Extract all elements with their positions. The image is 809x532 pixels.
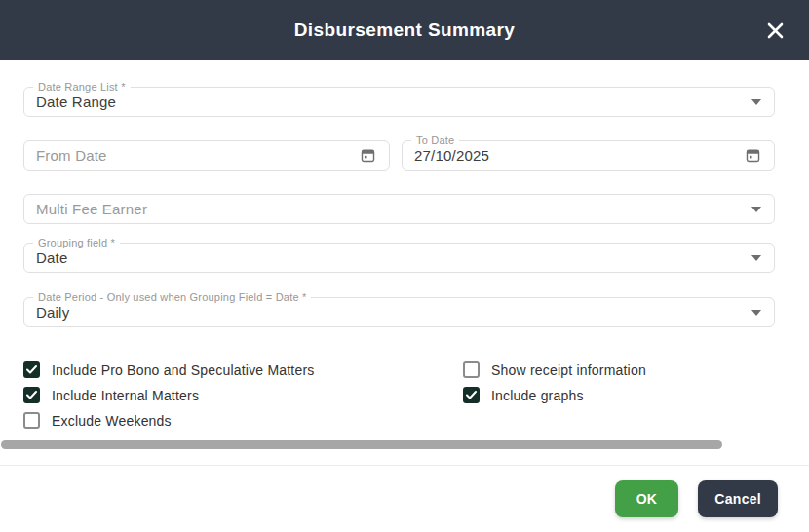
checkbox-label: Show receipt information (491, 362, 646, 378)
dialog-header: Disbursement Summary (0, 0, 809, 60)
check-icon (466, 391, 477, 399)
checkbox[interactable] (23, 387, 40, 403)
date-range-row: To Date (23, 140, 775, 171)
checkbox[interactable] (463, 361, 480, 378)
dialog-body: Date Range List * Date Range To Date (0, 87, 809, 437)
checkbox-label: Include Internal Matters (52, 388, 199, 403)
scrollbar-thumb[interactable] (1, 440, 722, 449)
checkbox-section: Include Pro Bono and Speculative Matters… (23, 361, 775, 437)
grouping-field-label: Grouping field * (33, 236, 120, 249)
checkbox[interactable] (23, 412, 40, 429)
calendar-icon[interactable] (360, 147, 376, 164)
checkbox-row-exclude-weekends[interactable]: Exclude Weekends (23, 412, 463, 429)
to-date-label: To Date (411, 133, 459, 147)
date-period-value: Daily (36, 304, 751, 321)
chevron-down-icon (751, 310, 761, 316)
calendar-icon[interactable] (745, 147, 761, 164)
chevron-down-icon (751, 99, 761, 105)
check-icon (26, 365, 37, 374)
close-button[interactable] (762, 18, 788, 43)
checkbox-label: Include Pro Bono and Speculative Matters (52, 362, 315, 378)
checkbox[interactable] (23, 361, 40, 378)
chevron-down-icon (751, 207, 761, 212)
date-period-label: Date Period - Only used when Grouping Fi… (33, 290, 311, 304)
checkbox-row-show-receipt[interactable]: Show receipt information (463, 361, 646, 378)
checkbox-column-right: Show receipt information Include graphs (463, 361, 646, 437)
dialog-title: Disbursement Summary (294, 19, 516, 41)
checkbox-row-pro-bono[interactable]: Include Pro Bono and Speculative Matters (23, 361, 463, 378)
multi-fee-earner-placeholder: Multi Fee Earner (36, 201, 751, 217)
checkbox-column-left: Include Pro Bono and Speculative Matters… (23, 361, 463, 437)
to-date-field[interactable]: To Date (402, 140, 775, 171)
grouping-field-select[interactable]: Grouping field * Date (23, 243, 775, 273)
from-date-input[interactable] (36, 147, 360, 164)
checkbox-row-include-graphs[interactable]: Include graphs (463, 387, 646, 403)
date-range-list-value: Date Range (36, 94, 751, 110)
chevron-down-icon (751, 255, 761, 261)
checkbox[interactable] (463, 387, 480, 403)
from-date-field[interactable] (23, 140, 390, 171)
checkbox-label: Include graphs (491, 388, 584, 403)
grouping-field-value: Date (36, 249, 751, 266)
to-date-input[interactable] (414, 147, 745, 164)
checkbox-row-internal-matters[interactable]: Include Internal Matters (23, 387, 463, 403)
close-icon (767, 22, 784, 39)
ok-button[interactable]: OK (615, 480, 679, 517)
date-range-list-select[interactable]: Date Range List * Date Range (23, 87, 775, 117)
horizontal-scrollbar[interactable] (0, 440, 809, 449)
cancel-button[interactable]: Cancel (698, 480, 778, 517)
checkbox-label: Exclude Weekends (52, 413, 172, 429)
date-range-list-label: Date Range List * (33, 80, 131, 94)
date-period-select[interactable]: Date Period - Only used when Grouping Fi… (23, 297, 775, 327)
check-icon (26, 391, 37, 399)
multi-fee-earner-select[interactable]: Multi Fee Earner (23, 194, 775, 224)
disbursement-summary-dialog: Disbursement Summary Date Range List * D… (0, 0, 809, 532)
dialog-footer: OK Cancel (0, 466, 809, 532)
